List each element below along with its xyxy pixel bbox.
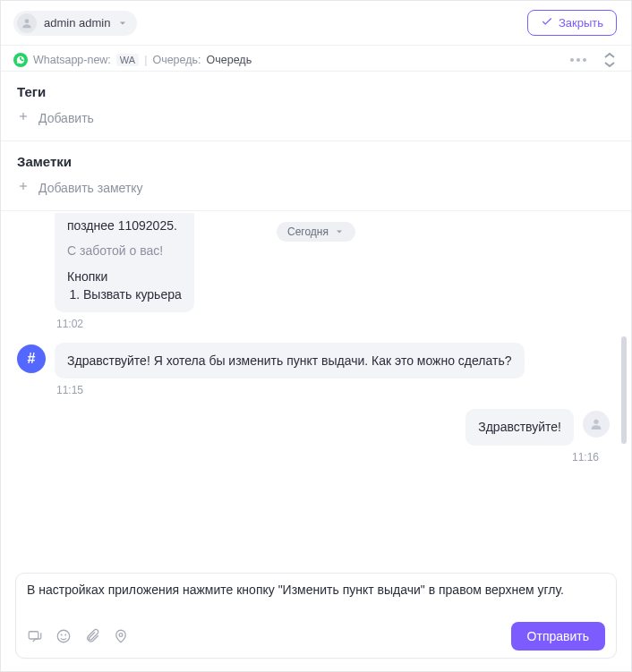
user-avatar-icon [17,13,37,33]
tags-title: Теги [17,84,615,99]
attachment-icon[interactable] [84,628,100,644]
message-time: 11:16 [17,451,599,464]
whatsapp-icon [13,53,28,67]
message-composer: Отправить [15,573,617,659]
svg-point-9 [65,634,66,635]
notes-title: Заметки [17,154,615,169]
conversation-header: admin admin Закрыть [1,1,631,46]
notes-section: Заметки Добавить заметку [1,140,631,210]
add-note-label: Добавить заметку [38,181,143,195]
svg-point-5 [594,420,598,424]
separator: | [144,54,147,66]
svg-rect-6 [29,632,38,639]
avatar-spacer [17,220,46,249]
message-time: 11:15 [56,384,610,396]
queue-label: Очередь: [152,54,201,66]
message-text: Здравствуйте! [478,420,561,434]
channel-info: Whatsapp-new: WA | Очередь: Очередь [13,53,252,67]
check-icon [541,15,553,30]
send-button[interactable]: Отправить [511,622,605,651]
chevron-down-icon [334,226,345,237]
channel-name: Whatsapp-new: [33,54,111,66]
emoji-icon[interactable] [56,628,72,644]
scrollbar-thumb[interactable] [621,336,627,444]
channel-code: WA [116,54,139,66]
chat-area: Сегодня позднее 11092025. С заботой о ва… [1,210,631,671]
message-bubble: позднее 11092025. С заботой о вас! Кнопк… [55,213,194,312]
message-input[interactable] [27,583,605,611]
conversation-subheader: Whatsapp-new: WA | Очередь: Очередь [1,46,631,71]
operator-avatar [583,411,610,438]
plus-icon [17,180,30,195]
more-actions-button[interactable] [565,53,592,67]
tags-section: Теги Добавить [1,71,631,140]
collapse-toggle-button[interactable] [601,49,619,71]
date-label: Сегодня [287,225,329,238]
message-bubble: Здравствуйте! Я хотела бы изменить пункт… [55,343,525,379]
message-row: # Здравствуйте! Я хотела бы изменить пун… [17,343,610,379]
chat-scroll[interactable]: Сегодня позднее 11092025. С заботой о ва… [1,211,631,564]
chevron-down-icon [117,18,128,29]
message-buttons-label: Кнопки [67,268,182,285]
message-signoff: С заботой о вас! [67,242,182,259]
message-text: Здравствуйте! Я хотела бы изменить пункт… [67,353,512,368]
queue-value: Очередь [207,54,252,66]
message-bubble: Здравствуйте! [465,409,574,445]
location-icon[interactable] [113,628,129,644]
add-tag-button[interactable]: Добавить [17,110,94,125]
close-button-label: Закрыть [559,16,603,30]
plus-icon [17,110,30,125]
message-text-line: позднее 11092025. [67,217,182,234]
message-row-outgoing: Здравствуйте! [17,409,610,445]
assignee-name: admin admin [44,16,110,30]
send-button-label: Отправить [527,629,589,643]
svg-point-8 [61,634,62,635]
message-time: 11:02 [56,318,610,330]
client-avatar: # [17,345,46,373]
quick-reply-icon[interactable] [27,628,43,644]
date-filter-pill[interactable]: Сегодня [277,222,355,242]
close-conversation-button[interactable]: Закрыть [527,10,617,36]
message-buttons-list: Вызвать курьера [67,285,182,303]
svg-point-10 [119,634,123,637]
message-button-item: Вызвать курьера [83,285,182,303]
svg-point-0 [25,19,30,23]
assignee-dropdown[interactable]: admin admin [13,11,137,36]
svg-point-7 [57,630,70,642]
add-note-button[interactable]: Добавить заметку [17,180,143,195]
add-tag-label: Добавить [38,111,94,125]
